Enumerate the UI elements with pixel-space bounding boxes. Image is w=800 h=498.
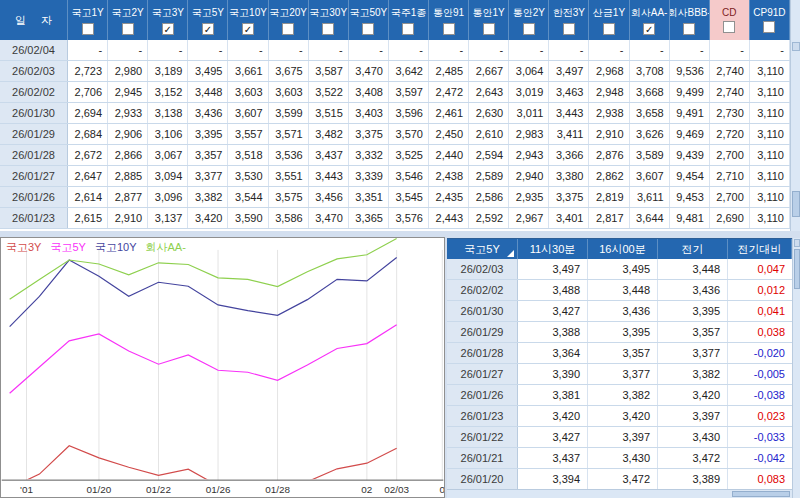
column-header-산금1Y[interactable]: 산금1Y bbox=[589, 0, 629, 40]
column-header-회사AA-[interactable]: 회사AA-✓ bbox=[630, 0, 670, 40]
value-cell: 3,106 bbox=[148, 124, 188, 144]
checkbox-unchecked-icon[interactable] bbox=[322, 23, 334, 35]
value-cell: 3,530 bbox=[228, 166, 268, 186]
column-header-국고10Y[interactable]: 국고10Y✓ bbox=[228, 0, 268, 40]
value-cell-1600: 3,436 bbox=[588, 301, 658, 321]
checkbox-unchecked-icon[interactable] bbox=[763, 21, 775, 33]
value-cell: 9,454 bbox=[670, 166, 710, 186]
checkbox-unchecked-icon[interactable] bbox=[362, 23, 374, 35]
column-header-1600[interactable]: 16시00분 bbox=[588, 239, 658, 259]
table-row: 26/01/203,3943,4723,3890,083 bbox=[447, 469, 792, 489]
date-cell: 26/01/26 bbox=[447, 385, 518, 405]
value-cell: 3,375 bbox=[349, 124, 389, 144]
checkbox-unchecked-icon[interactable] bbox=[282, 23, 294, 35]
column-header-국고1Y[interactable]: 국고1Y bbox=[68, 0, 108, 40]
column-header-CP91D[interactable]: CP91D bbox=[750, 0, 790, 40]
column-header-통안91[interactable]: 통안91 bbox=[429, 0, 469, 40]
value-cell-1600: 3,420 bbox=[588, 406, 658, 426]
column-header-통안2Y[interactable]: 통안2Y bbox=[509, 0, 549, 40]
column-header-국고2Y[interactable]: 국고2Y bbox=[108, 0, 148, 40]
date-column-header[interactable]: 일 자 bbox=[0, 0, 68, 40]
checkbox-unchecked-icon[interactable] bbox=[82, 23, 94, 35]
checkbox-checked-icon[interactable]: ✓ bbox=[202, 23, 214, 35]
date-cell: 26/02/03 bbox=[447, 259, 518, 279]
bond-yield-table: 일 자 국고1Y국고2Y국고3Y✓국고5Y✓국고10Y✓국고20Y국고30Y국고… bbox=[0, 0, 790, 231]
column-header-통안1Y[interactable]: 통안1Y bbox=[469, 0, 509, 40]
value-cell: 2,443 bbox=[429, 208, 469, 228]
checkbox-unchecked-icon[interactable] bbox=[723, 21, 735, 33]
column-header-change[interactable]: 전기대비 bbox=[728, 239, 792, 259]
value-cell: 3,611 bbox=[630, 187, 670, 207]
column-header-국고3Y[interactable]: 국고3Y✓ bbox=[148, 0, 188, 40]
column-header-국고50Y[interactable]: 국고50Y bbox=[349, 0, 389, 40]
value-cell-1130: 3,497 bbox=[518, 259, 588, 279]
value-cell: 2,586 bbox=[469, 187, 509, 207]
checkbox-unchecked-icon[interactable] bbox=[603, 23, 615, 35]
x-axis-tick-label: 01/22 bbox=[146, 484, 171, 495]
checkbox-checked-icon[interactable]: ✓ bbox=[162, 23, 174, 35]
value-cell: - bbox=[549, 40, 589, 60]
value-cell: 3,332 bbox=[349, 145, 389, 165]
value-cell: 3,482 bbox=[309, 124, 349, 144]
value-cell: 3,411 bbox=[549, 124, 589, 144]
scrollbar-thumb[interactable] bbox=[794, 249, 800, 289]
left-table-scrollbar[interactable] bbox=[790, 0, 800, 231]
right-table-vertical-scrollbar[interactable] bbox=[792, 238, 800, 498]
value-cell: 2,877 bbox=[108, 187, 148, 207]
column-header-국주1종[interactable]: 국주1종 bbox=[389, 0, 429, 40]
column-header-CD[interactable]: CD bbox=[710, 0, 750, 40]
column-header-국고5Y[interactable]: 국고5Y✓ bbox=[188, 0, 228, 40]
value-cell: 3,587 bbox=[309, 61, 349, 81]
column-header-prev[interactable]: 전기 bbox=[658, 239, 728, 259]
change-cell: 0,038 bbox=[728, 322, 792, 342]
value-cell: 2,706 bbox=[68, 82, 108, 102]
value-cell-1130: 3,388 bbox=[518, 322, 588, 342]
column-header-한전3Y[interactable]: 한전3Y bbox=[549, 0, 589, 40]
value-cell: 3,525 bbox=[389, 145, 429, 165]
bond-yield-table-header: 일 자 국고1Y국고2Y국고3Y✓국고5Y✓국고10Y✓국고20Y국고30Y국고… bbox=[0, 0, 790, 40]
column-header-국고30Y[interactable]: 국고30Y bbox=[309, 0, 349, 40]
checkbox-unchecked-icon[interactable] bbox=[523, 23, 535, 35]
checkbox-unchecked-icon[interactable] bbox=[402, 23, 414, 35]
column-header-1130[interactable]: 11시30분 bbox=[518, 239, 588, 259]
value-cell: 2,740 bbox=[710, 61, 750, 81]
checkbox-unchecked-icon[interactable] bbox=[122, 23, 134, 35]
value-cell: 3,597 bbox=[389, 82, 429, 102]
column-label: CD bbox=[722, 7, 736, 18]
date-cell: 26/01/28 bbox=[0, 145, 68, 165]
column-header-회사BBB-[interactable]: 회사BBB- bbox=[670, 0, 710, 40]
value-cell: 3,365 bbox=[349, 208, 389, 228]
checkbox-unchecked-icon[interactable] bbox=[483, 23, 495, 35]
table-row: 26/01/262,6142,8773,0963,3823,5443,5753,… bbox=[0, 187, 790, 208]
value-cell: 3,137 bbox=[148, 208, 188, 228]
checkbox-unchecked-icon[interactable] bbox=[443, 23, 455, 35]
scroll-up-icon[interactable] bbox=[792, 42, 800, 51]
checkbox-checked-icon[interactable]: ✓ bbox=[643, 23, 655, 35]
value-cell: 3,110 bbox=[750, 124, 790, 144]
value-cell: 2,461 bbox=[429, 103, 469, 123]
value-cell: 3,110 bbox=[750, 103, 790, 123]
sort-column-header[interactable]: 국고5Y bbox=[447, 239, 518, 259]
date-cell: 26/01/22 bbox=[447, 427, 518, 447]
checkbox-unchecked-icon[interactable] bbox=[683, 23, 695, 35]
value-cell: 2,940 bbox=[509, 166, 549, 186]
scroll-up-icon[interactable] bbox=[794, 239, 800, 247]
value-cell: 2,667 bbox=[469, 61, 509, 81]
value-cell: 2,948 bbox=[589, 82, 629, 102]
checkbox-unchecked-icon[interactable] bbox=[563, 23, 575, 35]
value-cell: 3,551 bbox=[269, 166, 309, 186]
right-table-horizontal-scrollbar[interactable] bbox=[447, 489, 792, 498]
scrollbar-thumb[interactable] bbox=[792, 191, 800, 217]
column-header-국고20Y[interactable]: 국고20Y bbox=[269, 0, 309, 40]
scrollbar-thumb[interactable] bbox=[732, 491, 790, 497]
value-cell: 3,019 bbox=[509, 82, 549, 102]
ktb5y-intraday-table: 국고5Y 11시30분 16시00분 전기 전기대비 26/02/033,497… bbox=[447, 238, 792, 489]
value-cell: 2,610 bbox=[469, 124, 509, 144]
table-row: 26/01/272,6472,8853,0943,3773,5303,5513,… bbox=[0, 166, 790, 187]
value-cell-1600: 3,377 bbox=[588, 364, 658, 384]
value-cell: 2,945 bbox=[108, 82, 148, 102]
value-cell: 2,943 bbox=[509, 145, 549, 165]
checkbox-checked-icon[interactable]: ✓ bbox=[242, 23, 254, 35]
date-cell: 26/01/29 bbox=[447, 322, 518, 342]
value-cell: 3,603 bbox=[269, 82, 309, 102]
